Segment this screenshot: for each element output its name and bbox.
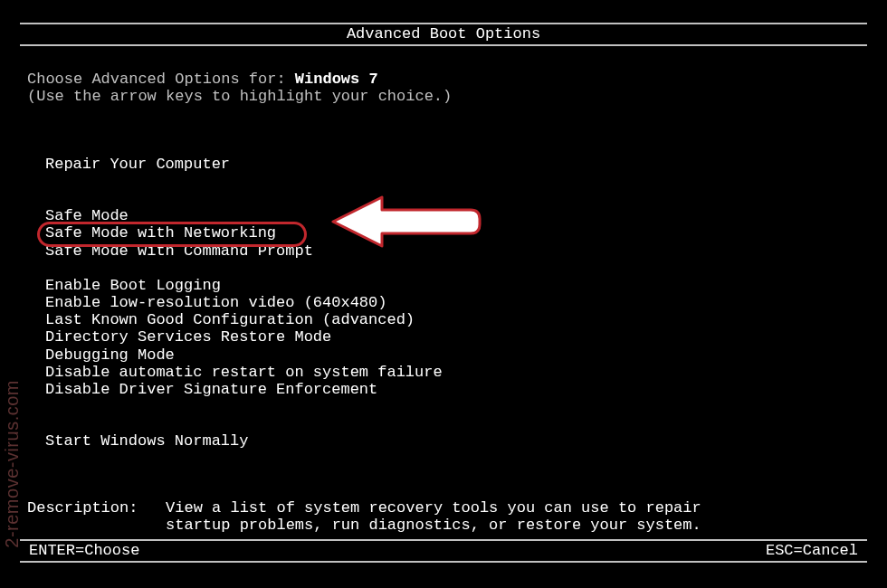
- watermark-text: 2-remove-virus.com: [2, 380, 23, 548]
- menu-item-repair-your-computer[interactable]: Repair Your Computer: [45, 156, 860, 173]
- description-line2: startup problems, run diagnostics, or re…: [27, 517, 701, 534]
- menu-item-disable-driver-sig[interactable]: Disable Driver Signature Enforcement: [45, 381, 860, 398]
- description-line1: View a list of system recovery tools you…: [166, 499, 701, 517]
- menu-item-safe-mode[interactable]: Safe Mode: [45, 207, 860, 224]
- menu-item-last-known-good[interactable]: Last Known Good Configuration (advanced): [45, 311, 860, 328]
- os-name: Windows 7: [295, 71, 378, 88]
- boot-menu[interactable]: Repair Your Computer Safe Mode Safe Mode…: [45, 156, 860, 450]
- menu-item-start-windows-normally[interactable]: Start Windows Normally: [45, 432, 860, 450]
- choose-prompt: Choose Advanced Options for: Windows 7: [27, 71, 860, 88]
- menu-item-directory-services-restore[interactable]: Directory Services Restore Mode: [45, 328, 860, 346]
- menu-item-safe-mode-command-prompt[interactable]: Safe Mode with Command Prompt: [45, 242, 860, 260]
- menu-item-debugging-mode[interactable]: Debugging Mode: [45, 346, 860, 364]
- description-block: Description: View a list of system recov…: [27, 499, 860, 534]
- boot-options-screen: Advanced Boot Options Choose Advanced Op…: [0, 0, 887, 588]
- arrow-hint: (Use the arrow keys to highlight your ch…: [27, 88, 860, 105]
- description-label: Description:: [27, 499, 166, 517]
- prompt-prefix: Choose Advanced Options for:: [27, 71, 295, 88]
- menu-item-enable-boot-logging[interactable]: Enable Boot Logging: [45, 277, 860, 294]
- footer-esc: ESC=Cancel: [766, 541, 858, 561]
- title-bar: Advanced Boot Options: [20, 23, 867, 46]
- footer-bar: ENTER=Choose ESC=Cancel: [20, 539, 867, 563]
- footer-enter: ENTER=Choose: [29, 541, 139, 561]
- menu-item-safe-mode-networking[interactable]: Safe Mode with Networking: [45, 224, 860, 242]
- menu-item-low-res-video[interactable]: Enable low-resolution video (640x480): [45, 294, 860, 311]
- body-area: Choose Advanced Options for: Windows 7 (…: [27, 71, 860, 534]
- menu-item-disable-auto-restart[interactable]: Disable automatic restart on system fail…: [45, 364, 860, 381]
- page-title: Advanced Boot Options: [347, 25, 540, 43]
